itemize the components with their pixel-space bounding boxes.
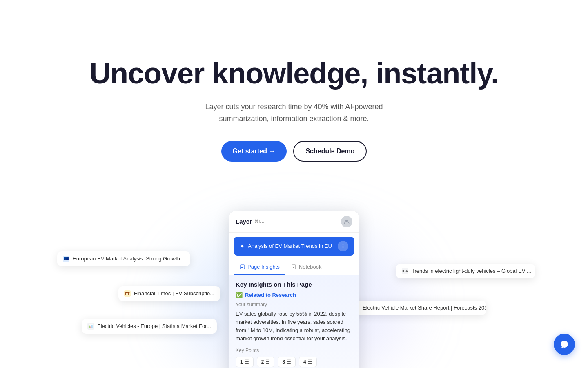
key-points-label: Key Points	[236, 348, 352, 353]
hero-subtitle: Layer cuts your research time by 40% wit…	[192, 101, 396, 125]
app-content: Key Insights on This Page ✅ Related to R…	[229, 275, 359, 368]
floating-tab-ft[interactable]: FT Financial Times | EV Subscriptio...	[118, 286, 220, 301]
analysis-bar-action[interactable]	[338, 241, 348, 251]
floating-tab-ev[interactable]: 📊 Electric Vehicles - Europe | Statista …	[82, 319, 217, 334]
content-title: Key Insights on This Page	[236, 281, 352, 288]
svg-point-1	[343, 244, 343, 245]
kp-num-4: 4	[303, 359, 306, 365]
tab-notebook[interactable]: Notebook	[285, 260, 327, 275]
tab-icon-trends: IEA	[402, 268, 408, 274]
summary-text: EV sales globally rose by 55% in 2022, d…	[236, 310, 352, 343]
app-logo: Layer ⌘01	[236, 218, 264, 225]
related-label: Related to Research	[245, 292, 296, 298]
analysis-bar-text: Analysis of EV Market Trends in EU	[248, 243, 332, 249]
chat-icon	[560, 340, 569, 349]
floating-tab-trends[interactable]: IEA Trends in electric light-duty vehicl…	[396, 264, 535, 278]
app-logo-text: Layer	[236, 218, 252, 225]
avatar[interactable]	[341, 216, 352, 227]
tab-label-eu: European EV Market Analysis: Strong Grow…	[73, 256, 185, 262]
tab-label-ev: Electric Vehicles - Europe | Statista Ma…	[97, 323, 211, 329]
notebook-icon	[291, 264, 296, 269]
tab-label-trends: Trends in electric light-duty vehicles –…	[412, 268, 531, 274]
key-point-3[interactable]: 3 ☰	[278, 357, 296, 367]
chat-button[interactable]	[554, 334, 575, 355]
analysis-icon: ✦	[240, 243, 245, 249]
schedule-demo-button[interactable]: Schedule Demo	[293, 141, 367, 162]
app-tabs: Page Insights Notebook	[229, 260, 359, 275]
tab-page-insights-label: Page Insights	[247, 264, 280, 270]
related-badge: ✅ Related to Research	[236, 292, 352, 298]
tab-page-insights[interactable]: Page Insights	[234, 260, 285, 275]
svg-point-2	[343, 246, 343, 247]
app-shortcut: ⌘01	[254, 219, 264, 224]
kp-lines-3: ☰	[287, 359, 291, 365]
hero-buttons: Get started → Schedule Demo	[221, 141, 367, 162]
key-point-4[interactable]: 4 ☰	[299, 357, 317, 367]
key-point-2[interactable]: 2 ☰	[257, 357, 275, 367]
kp-lines-1: ☰	[245, 359, 249, 365]
kp-lines-2: ☰	[265, 359, 270, 365]
kp-num-3: 3	[282, 359, 285, 365]
app-window: Layer ⌘01 ✦ Analysis of EV Market Trends…	[229, 211, 359, 368]
tab-icon-eu: 🇪🇺	[63, 256, 69, 262]
key-point-1[interactable]: 1 ☰	[236, 357, 254, 367]
tab-label-ft: Financial Times | EV Subscriptio...	[134, 290, 214, 296]
floating-tab-report[interactable]: 📈 Electric Vehicle Market Share Report |…	[347, 301, 486, 315]
check-circle-icon: ✅	[236, 292, 243, 298]
tab-icon-ev: 📊	[87, 323, 94, 330]
tab-icon-ft: FT	[124, 290, 131, 297]
app-header: Layer ⌘01	[229, 211, 359, 233]
floating-tab-eu[interactable]: 🇪🇺 European EV Market Analysis: Strong G…	[57, 251, 190, 266]
hero-title: Uncover knowledge, instantly.	[89, 57, 499, 90]
kp-num-2: 2	[261, 359, 264, 365]
demo-area: 🇪🇺 European EV Market Analysis: Strong G…	[0, 211, 588, 368]
kp-lines-4: ☰	[308, 359, 312, 365]
analysis-bar[interactable]: ✦ Analysis of EV Market Trends in EU	[234, 237, 354, 256]
tab-notebook-label: Notebook	[299, 264, 322, 270]
kp-num-1: 1	[240, 359, 243, 365]
svg-point-3	[343, 247, 343, 248]
get-started-button[interactable]: Get started →	[221, 141, 287, 162]
key-points-row: 1 ☰ 2 ☰ 3 ☰ 4 ☰	[236, 357, 352, 367]
summary-label: Your summary	[236, 302, 352, 307]
analysis-bar-left: ✦ Analysis of EV Market Trends in EU	[240, 243, 332, 249]
page-insights-icon	[240, 264, 245, 269]
hero-section: Uncover knowledge, instantly. Layer cuts…	[0, 0, 588, 211]
tab-label-report: Electric Vehicle Market Share Report | F…	[363, 305, 486, 311]
